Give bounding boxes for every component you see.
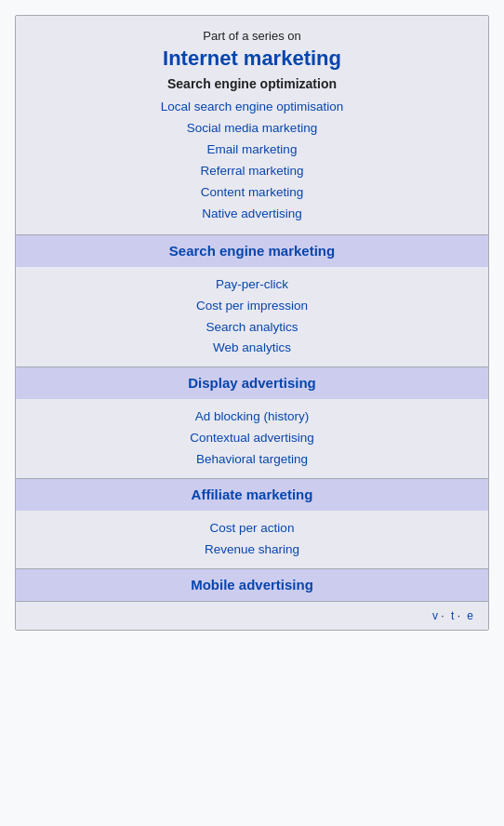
- card-title[interactable]: Internet marketing: [27, 47, 477, 71]
- link-local-search[interactable]: Local search engine optimisation: [27, 97, 477, 118]
- section-mobile-header: Mobile advertising: [16, 569, 488, 601]
- link-search-analytics[interactable]: Search analytics: [27, 317, 477, 339]
- card-footer: v · t · e: [16, 602, 488, 630]
- header-links: Local search engine optimisation Social …: [27, 97, 477, 225]
- link-behavioral[interactable]: Behavioral targeting: [27, 449, 477, 471]
- affiliate-title[interactable]: Affiliate marketing: [192, 486, 313, 502]
- link-cost-impression[interactable]: Cost per impression: [27, 296, 477, 317]
- link-native[interactable]: Native advertising: [27, 204, 477, 225]
- display-title[interactable]: Display advertising: [188, 375, 316, 391]
- section-display-header: Display advertising: [16, 367, 488, 399]
- card-header: Part of a series on Internet marketing S…: [16, 16, 488, 234]
- link-content[interactable]: Content marketing: [27, 182, 477, 204]
- dot-sep-2: ·: [458, 609, 464, 622]
- mobile-title[interactable]: Mobile advertising: [191, 577, 313, 593]
- section-sem-header: Search engine marketing: [16, 235, 488, 267]
- series-subtitle: Part of a series on: [27, 29, 477, 43]
- info-card: Part of a series on Internet marketing S…: [15, 15, 489, 631]
- seo-header: Search engine optimization: [27, 76, 477, 91]
- footer-e-link[interactable]: e: [467, 609, 473, 622]
- dot-sep-1: ·: [441, 609, 447, 622]
- footer-v-link[interactable]: v: [432, 609, 438, 622]
- link-referral[interactable]: Referral marketing: [27, 161, 477, 182]
- link-contextual[interactable]: Contextual advertising: [27, 428, 477, 449]
- link-email-marketing[interactable]: Email marketing: [27, 140, 477, 161]
- link-pay-per-click[interactable]: Pay-per-click: [27, 274, 477, 296]
- sem-title[interactable]: Search engine marketing: [169, 243, 335, 259]
- sem-links: Pay-per-click Cost per impression Search…: [16, 267, 488, 367]
- footer-t-link[interactable]: t: [451, 609, 454, 622]
- link-social-media[interactable]: Social media marketing: [27, 118, 477, 140]
- link-cost-action[interactable]: Cost per action: [27, 518, 477, 540]
- link-revenue-sharing[interactable]: Revenue sharing: [27, 540, 477, 561]
- affiliate-links: Cost per action Revenue sharing: [16, 511, 488, 568]
- link-web-analytics[interactable]: Web analytics: [27, 338, 477, 359]
- display-links: Ad blocking (history) Contextual adverti…: [16, 399, 488, 478]
- section-affiliate-header: Affiliate marketing: [16, 479, 488, 511]
- link-ad-blocking[interactable]: Ad blocking (history): [27, 406, 477, 428]
